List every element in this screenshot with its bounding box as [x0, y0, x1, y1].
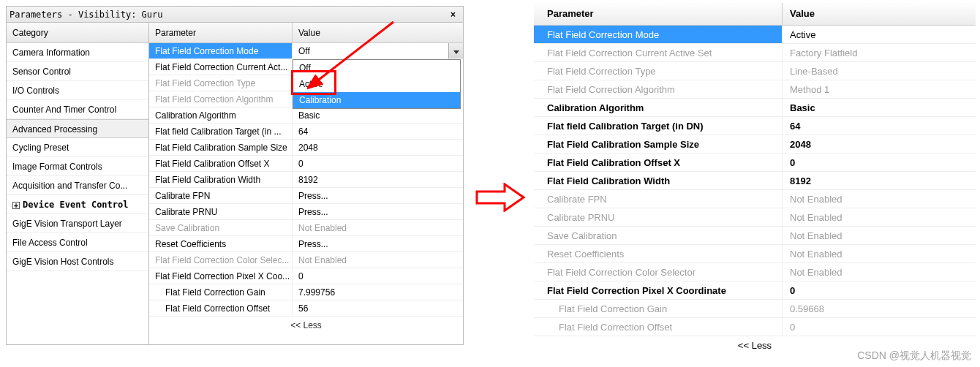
category-item[interactable]: +Device Event Control [7, 195, 148, 214]
category-item[interactable]: Camera Information [7, 43, 148, 62]
param-row[interactable]: Flat Field Calibration Width8192 [149, 172, 463, 188]
right-param-value[interactable]: Not Enabled [783, 208, 976, 226]
right-param-value[interactable]: 0.59668 [783, 300, 976, 317]
right-param-value[interactable]: 8192 [783, 172, 976, 189]
category-item[interactable]: Cycling Preset [7, 138, 148, 157]
right-param-value[interactable]: Basic [783, 99, 976, 116]
param-name: Flat Field Correction Gain [149, 284, 293, 300]
right-row[interactable]: Flat Field Correction ModeActive [534, 26, 976, 44]
param-row[interactable]: Reset CoefficientsPress... [149, 236, 463, 252]
param-name: Flat Field Calibration Offset X [149, 156, 293, 171]
param-value[interactable]: Off [293, 43, 463, 58]
right-param-value[interactable]: Not Enabled [783, 227, 976, 244]
param-value[interactable]: Basic [293, 107, 463, 123]
right-row[interactable]: Reset CoefficientsNot Enabled [534, 245, 976, 263]
param-row[interactable]: Flat Field Correction Color Selec...Not … [149, 252, 463, 268]
right-param-value[interactable]: 0 [783, 318, 976, 336]
param-value[interactable]: Not Enabled [293, 252, 463, 268]
category-item[interactable]: Sensor Control [7, 62, 148, 81]
category-item[interactable]: I/O Controls [7, 81, 148, 100]
category-item[interactable]: File Access Control [7, 233, 148, 252]
category-header: Category [7, 23, 148, 43]
param-row[interactable]: Flat Field Correction Offset56 [149, 300, 463, 317]
param-value[interactable]: 56 [293, 300, 463, 316]
category-label: I/O Controls [12, 86, 59, 96]
right-param-value[interactable]: Not Enabled [783, 190, 976, 208]
param-name: Flat Field Correction Offset [149, 300, 293, 316]
right-param-value[interactable]: Line-Based [783, 62, 976, 80]
param-row[interactable]: Flat Field Calibration Sample Size2048 [149, 140, 463, 156]
window-title: Parameters - Visibility: Guru [10, 10, 163, 20]
titlebar[interactable]: Parameters - Visibility: Guru × [7, 7, 463, 23]
right-param-value[interactable]: 0 [783, 154, 976, 171]
param-row[interactable]: Flat Field Correction ModeOff [149, 43, 463, 59]
param-row[interactable]: Save CalibrationNot Enabled [149, 220, 463, 236]
panes: Category Camera InformationSensor Contro… [7, 23, 463, 344]
right-param-value[interactable]: Active [783, 26, 976, 43]
dropdown-button[interactable] [448, 43, 463, 58]
right-row[interactable]: Flat Field Calibration Sample Size2048 [534, 135, 976, 154]
right-param-name: Flat Field Correction Color Selector [534, 263, 783, 281]
param-name: Flat Field Correction Pixel X Coo... [149, 268, 293, 284]
param-value[interactable]: 8192 [293, 172, 463, 187]
param-row[interactable]: Calibration AlgorithmBasic [149, 107, 463, 124]
dropdown-option[interactable]: Calibration [293, 92, 460, 108]
right-row[interactable]: Flat field Calibration Target (in DN)64 [534, 117, 976, 135]
param-name: Flat Field Correction Current Act... [149, 59, 293, 75]
category-item[interactable]: Image Format Controls [7, 157, 148, 176]
category-item[interactable]: Advanced Processing [7, 119, 148, 138]
right-row[interactable]: Flat Field Correction Pixel X Coordinate… [534, 281, 976, 300]
category-label: Device Event Control [23, 200, 129, 210]
right-row[interactable]: Flat Field Correction Color SelectorNot … [534, 263, 976, 281]
param-value[interactable]: 0 [293, 156, 463, 171]
dropdown-option[interactable]: Off [293, 60, 460, 76]
right-header-row: Parameter Value [534, 3, 976, 26]
right-row[interactable]: Flat Field Correction AlgorithmMethod 1 [534, 80, 976, 99]
param-row[interactable]: Calibrate PRNUPress... [149, 204, 463, 220]
right-row[interactable]: Calibration AlgorithmBasic [534, 99, 976, 117]
right-row[interactable]: Flat Field Correction Offset0 [534, 318, 976, 336]
category-item[interactable]: Acquisition and Transfer Co... [7, 176, 148, 195]
right-row[interactable]: Calibrate FPNNot Enabled [534, 190, 976, 208]
param-value[interactable]: Press... [293, 188, 463, 203]
param-name: Flat Field Correction Mode [149, 43, 293, 58]
dropdown-popup[interactable]: OffActiveCalibration [293, 59, 461, 109]
param-name: Flat Field Correction Type [149, 75, 293, 91]
right-param-value[interactable]: 2048 [783, 135, 976, 153]
right-row[interactable]: Flat Field Calibration Offset X0 [534, 154, 976, 172]
right-param-value[interactable]: 0 [783, 281, 976, 299]
category-item[interactable]: GigE Vision Transport Layer [7, 214, 148, 233]
dropdown-option[interactable]: Active [293, 76, 460, 92]
right-row[interactable]: Flat Field Correction TypeLine-Based [534, 62, 976, 80]
param-value[interactable]: 7.999756 [293, 284, 463, 300]
right-param-value[interactable]: Method 1 [783, 80, 976, 98]
param-value[interactable]: 64 [293, 124, 463, 139]
expand-plus-icon[interactable]: + [12, 202, 20, 209]
right-row[interactable]: Save CalibrationNot Enabled [534, 227, 976, 245]
param-row[interactable]: Flat Field Calibration Offset X0 [149, 156, 463, 172]
category-item[interactable]: Counter And Timer Control [7, 100, 148, 119]
right-param-value[interactable]: 64 [783, 117, 976, 135]
param-value[interactable]: Not Enabled [293, 220, 463, 235]
close-icon[interactable]: × [448, 10, 459, 20]
param-value[interactable]: Press... [293, 236, 463, 251]
right-param-value[interactable]: Factory Flatfield [783, 44, 976, 61]
right-param-name: Flat Field Correction Gain [534, 300, 783, 317]
param-value[interactable]: 0 [293, 268, 463, 284]
param-value[interactable]: 2048 [293, 140, 463, 155]
param-row[interactable]: Calibrate FPNPress... [149, 188, 463, 204]
right-param-value[interactable]: Not Enabled [783, 263, 976, 281]
right-param-value[interactable]: Not Enabled [783, 245, 976, 262]
param-row[interactable]: Flat Field Correction Pixel X Coo...0 [149, 268, 463, 284]
right-row[interactable]: Flat Field Calibration Width8192 [534, 172, 976, 190]
right-row[interactable]: Flat Field Correction Current Active Set… [534, 44, 976, 62]
param-header-row: Parameter Value [149, 23, 463, 43]
param-row[interactable]: Flat Field Correction Gain7.999756 [149, 284, 463, 300]
less-link[interactable]: << Less [149, 317, 463, 334]
right-param-name: Flat field Calibration Target (in DN) [534, 117, 783, 135]
right-row[interactable]: Flat Field Correction Gain0.59668 [534, 300, 976, 318]
param-row[interactable]: Flat field Calibration Target (in ...64 [149, 124, 463, 140]
category-item[interactable]: GigE Vision Host Controls [7, 252, 148, 271]
param-value[interactable]: Press... [293, 204, 463, 219]
right-row[interactable]: Calibrate PRNUNot Enabled [534, 208, 976, 227]
